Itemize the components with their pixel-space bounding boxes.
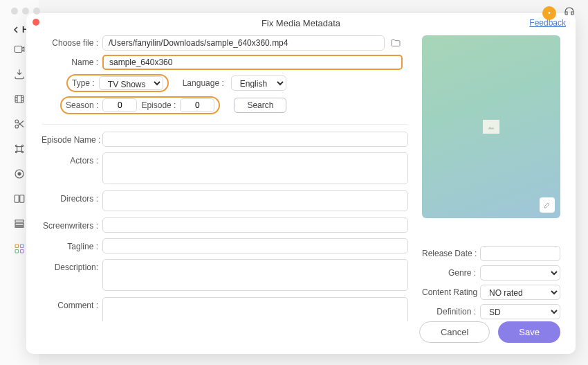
- svg-rect-15: [15, 226, 24, 228]
- language-select[interactable]: English: [231, 75, 286, 91]
- type-label: Type :: [72, 78, 95, 88]
- definition-select[interactable]: SD: [480, 304, 560, 319]
- content-rating-select[interactable]: NO rated: [480, 285, 560, 300]
- tagline-label: Tagline :: [42, 238, 98, 255]
- actors-label: Actors :: [42, 152, 98, 169]
- modal: Fix Media Metadata Feedback Choose file …: [26, 13, 576, 354]
- svg-rect-11: [15, 195, 19, 203]
- user-avatar[interactable]: •: [542, 6, 556, 20]
- modal-header: Fix Media Metadata Feedback: [26, 13, 576, 33]
- search-button[interactable]: Search: [234, 98, 286, 113]
- traffic-light-min[interactable]: [22, 8, 29, 15]
- choose-file-label: Choose file :: [42, 38, 98, 48]
- svg-rect-0: [15, 46, 22, 53]
- sidebar-film-icon[interactable]: [12, 91, 27, 107]
- svg-point-2: [15, 120, 19, 123]
- description-input[interactable]: [102, 259, 408, 291]
- type-select[interactable]: TV Shows: [99, 76, 163, 90]
- modal-title: Fix Media Metadata: [261, 18, 340, 28]
- episode-input[interactable]: [180, 98, 214, 112]
- season-label: Season :: [66, 100, 98, 110]
- screenwriters-label: Screenwriters :: [42, 217, 98, 234]
- definition-label: Definition :: [422, 307, 476, 317]
- svg-rect-14: [15, 223, 24, 225]
- poster-preview: [422, 35, 560, 218]
- sidebar-apps-icon[interactable]: [12, 241, 27, 256]
- file-path-input[interactable]: [102, 35, 385, 51]
- tagline-input[interactable]: [102, 238, 408, 253]
- chevron-left-icon: [12, 26, 19, 33]
- name-input[interactable]: [102, 55, 403, 70]
- episode-label: Episode :: [141, 100, 176, 110]
- language-label: Language :: [183, 78, 224, 88]
- name-label: Name :: [42, 57, 98, 67]
- save-button[interactable]: Save: [498, 321, 560, 343]
- header-icons: •: [542, 6, 576, 20]
- avatar-initial: •: [548, 9, 551, 17]
- svg-point-3: [15, 125, 19, 129]
- image-placeholder-icon: [483, 120, 499, 134]
- genre-select[interactable]: [480, 265, 560, 281]
- sidebar-download-icon[interactable]: [12, 66, 27, 82]
- close-icon[interactable]: [33, 19, 39, 26]
- browse-folder-icon[interactable]: [389, 36, 403, 50]
- type-highlight: Type : TV Shows: [66, 74, 169, 92]
- right-column: Release Date : Genre : Content Rating : …: [422, 35, 560, 321]
- directors-label: Directors :: [42, 190, 98, 207]
- svg-rect-19: [21, 250, 24, 253]
- svg-rect-8: [17, 147, 22, 152]
- sidebar-video-icon[interactable]: [12, 42, 27, 57]
- comment-label: Comment :: [42, 297, 98, 314]
- svg-point-10: [18, 172, 21, 176]
- svg-rect-16: [15, 244, 19, 248]
- window-controls: [11, 8, 40, 15]
- season-episode-highlight: Season : Episode :: [60, 96, 220, 114]
- sidebar-compare-icon[interactable]: [12, 191, 27, 206]
- sidebar-record-icon[interactable]: [12, 166, 27, 181]
- svg-rect-12: [20, 195, 24, 203]
- episode-name-label: Episode Name :: [42, 132, 98, 148]
- actors-input[interactable]: [102, 152, 408, 184]
- screenwriters-input[interactable]: [102, 217, 408, 233]
- episode-name-input[interactable]: [102, 132, 408, 147]
- season-input[interactable]: [102, 98, 137, 112]
- edit-poster-icon[interactable]: [540, 197, 555, 213]
- comment-input[interactable]: [102, 297, 408, 321]
- genre-label: Genre :: [422, 268, 476, 278]
- divider: [42, 124, 408, 125]
- traffic-light-close[interactable]: [11, 8, 18, 15]
- modal-footer: Cancel Save: [26, 321, 576, 354]
- content-rating-label: Content Rating :: [422, 287, 476, 297]
- svg-rect-1: [15, 96, 24, 103]
- svg-rect-17: [21, 244, 24, 248]
- description-label: Description:: [42, 259, 98, 276]
- svg-rect-18: [15, 250, 19, 253]
- left-column: Choose file : Name : Type : TV Shows Lan…: [42, 35, 408, 321]
- support-icon[interactable]: [563, 6, 576, 20]
- cancel-button[interactable]: Cancel: [419, 321, 490, 343]
- directors-input[interactable]: [102, 190, 408, 211]
- traffic-light-max[interactable]: [33, 8, 40, 15]
- sidebar-list-icon[interactable]: [12, 216, 27, 231]
- modal-body: Choose file : Name : Type : TV Shows Lan…: [26, 33, 576, 321]
- sidebar-cut-icon[interactable]: [12, 116, 27, 132]
- release-date-label: Release Date :: [422, 249, 476, 258]
- svg-rect-13: [15, 220, 24, 222]
- release-date-input[interactable]: [480, 246, 560, 261]
- sidebar-crop-icon[interactable]: [12, 141, 27, 157]
